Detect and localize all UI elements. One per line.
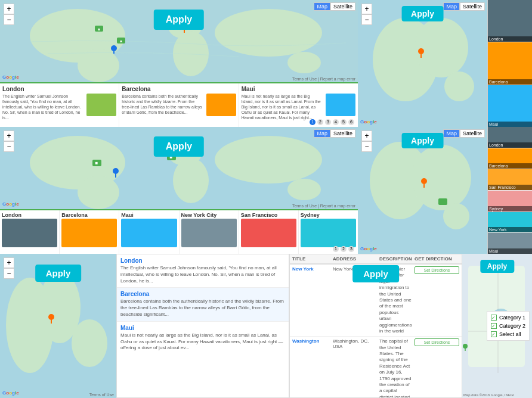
marker-3b: ■ <box>92 160 102 169</box>
card3-london[interactable]: London <box>0 210 60 254</box>
panel-bottom-left-map: + − Apply Google Terms of Use <box>0 254 116 398</box>
card3-barcelona[interactable]: Barcelona <box>60 210 119 254</box>
thumb-barcelona[interactable]: Barcelona <box>488 42 532 85</box>
zoom-out-3[interactable]: − <box>4 141 14 152</box>
btn-ny-directions[interactable]: Set Directions <box>415 266 459 274</box>
thumb2-golden[interactable]: San Francisco <box>488 169 532 191</box>
map-type-map-3[interactable]: Map <box>314 129 330 138</box>
page3-1[interactable]: 1 <box>333 246 339 252</box>
btn-dc-directions[interactable]: Set Directions <box>415 338 459 346</box>
page-1[interactable]: 1 <box>310 119 316 125</box>
marker-blue <box>110 45 117 55</box>
marker-3r2 <box>438 198 448 208</box>
svg-point-44 <box>72 319 107 367</box>
list-item-maui[interactable]: Maui Maui is not nearly as large as the … <box>117 322 289 355</box>
map-type-satellite-3[interactable]: Satellite <box>330 129 355 138</box>
thumb-london[interactable]: London <box>488 0 532 42</box>
page-3[interactable]: 3 <box>325 119 331 125</box>
map-type-satellite[interactable]: Satellite <box>330 2 355 11</box>
list-item-london[interactable]: London The English writer Samuel Johnson… <box>117 254 289 288</box>
panel-bottom-table: Apply TITLE ADDRESS DESCRIPTION GET DIRE… <box>289 254 462 398</box>
apply-button-br[interactable]: Apply <box>480 260 514 273</box>
map-type-controls-2: Map Satellite <box>443 2 485 11</box>
card-maui-title: Maui <box>242 86 355 92</box>
svg-text:■: ■ <box>95 160 98 166</box>
list-maui-text: Maui is not nearly as large as the Big I… <box>120 332 285 352</box>
marker-3r <box>420 178 428 189</box>
thumb2-sydney[interactable]: New York <box>488 212 532 234</box>
page-4[interactable]: 4 <box>333 119 339 125</box>
table-body: New York New York, NY, USA The premier g… <box>290 265 462 397</box>
page-6[interactable]: 6 <box>348 119 354 125</box>
map-terms: Terms of Use | Report a map error <box>292 77 355 81</box>
card3-sf-title: San Francisco <box>241 212 296 218</box>
checkbox-1[interactable]: ✓ <box>491 315 497 321</box>
mini-map-br: Apply ✓ Category 1 ✓ Category 2 ✓ Select… <box>462 254 532 398</box>
map-type-satellite-3r[interactable]: Satellite <box>460 129 485 138</box>
thumb-maui[interactable]: Maui <box>488 85 532 127</box>
card3-london-title: London <box>2 212 57 218</box>
page3-2[interactable]: 2 <box>341 246 347 252</box>
map-area-1: Map Satellite + − Apply ▲ ▲ Google Terms… <box>0 0 358 82</box>
zoom-out-btn[interactable]: − <box>4 14 14 25</box>
list-item-barcelona[interactable]: Barcelona Barcelona contains both the au… <box>117 288 289 321</box>
google-logo: Google <box>2 74 19 80</box>
svg-rect-40 <box>438 198 447 205</box>
thumb2-barcelona[interactable]: Barcelona <box>488 148 532 170</box>
apply-button-2[interactable]: Apply <box>401 6 444 21</box>
zoom-out-2[interactable]: − <box>361 14 372 25</box>
card-maui-photo <box>326 94 355 116</box>
apply-button-table[interactable]: Apply <box>352 265 399 282</box>
checkbox-all[interactable]: ✓ <box>491 331 497 337</box>
zoom-in-2[interactable]: + <box>361 4 372 14</box>
card3-sf[interactable]: San Francisco <box>239 210 299 254</box>
card3-sf-img <box>241 219 296 247</box>
list-london-title: London <box>120 257 285 264</box>
card-london[interactable]: London The English writer Samuel Johnson… <box>0 83 119 127</box>
map-type-map[interactable]: Map <box>314 2 330 11</box>
map-type-controls: Map Satellite <box>314 2 355 11</box>
map-area-3: Map Satellite + − Apply ■ ■ Google Terms… <box>0 127 358 209</box>
card3-barcelona-img <box>61 219 117 247</box>
thumb2-london[interactable]: London <box>488 127 532 148</box>
apply-button-1[interactable]: Apply <box>154 10 204 30</box>
zoom-out-bl[interactable]: − <box>4 268 14 279</box>
apply-button-3[interactable]: Apply <box>154 136 204 157</box>
thumb-maui-label: Maui <box>488 122 532 127</box>
card3-maui[interactable]: Maui <box>119 210 179 254</box>
card-barcelona[interactable]: Barcelona Barcelona contains both the au… <box>119 83 239 127</box>
location-cards-1: London The English writer Samuel Johnson… <box>0 82 358 127</box>
svg-point-18 <box>444 71 474 101</box>
map-type-map-2[interactable]: Map <box>443 2 460 11</box>
zoom-in-btn[interactable]: + <box>4 4 14 14</box>
panel-2: Map Satellite + − Apply Google London Ba… <box>358 0 532 127</box>
card-london-photo <box>86 94 116 116</box>
page-2[interactable]: 2 <box>317 119 323 125</box>
svg-point-19 <box>418 48 424 54</box>
list-maui-title: Maui <box>120 325 285 331</box>
card-barcelona-photo <box>206 94 236 116</box>
thumb2-nyc-label: Maui <box>488 248 532 254</box>
zoom-out-3r[interactable]: − <box>361 141 372 152</box>
page3-3[interactable]: 3 <box>348 246 354 252</box>
apply-button-3r[interactable]: Apply <box>401 133 444 148</box>
map-type-satellite-2[interactable]: Satellite <box>460 2 485 11</box>
table-header: TITLE ADDRESS DESCRIPTION GET DIRECTION <box>290 254 462 265</box>
map-type-map-3r[interactable]: Map <box>443 129 460 138</box>
panel-bottom-list[interactable]: London The English writer Samuel Johnson… <box>116 254 289 398</box>
thumbnails-2: London Barcelona Maui <box>487 0 532 127</box>
thumb2-sf2[interactable]: Sydney <box>488 191 532 212</box>
card3-maui-title: Maui <box>121 212 177 218</box>
list-london-text: The English writer Samuel Johnson famous… <box>120 265 285 284</box>
thumb2-nyc[interactable]: Maui <box>488 233 532 254</box>
page-5[interactable]: 5 <box>341 119 347 125</box>
zoom-in-3r[interactable]: + <box>361 130 372 141</box>
thumb2-london-label: London <box>488 142 532 148</box>
checkbox-2[interactable]: ✓ <box>491 323 497 329</box>
zoom-in-bl[interactable]: + <box>4 257 14 268</box>
zoom-in-3[interactable]: + <box>4 130 14 141</box>
panel-3-right: Map Satellite + − Apply Google London Ba… <box>358 127 532 254</box>
card3-nyc[interactable]: New York City <box>180 210 239 254</box>
apply-button-bl[interactable]: Apply <box>35 265 82 282</box>
cell-dc-desc: The capital of the United States. The si… <box>379 338 415 397</box>
